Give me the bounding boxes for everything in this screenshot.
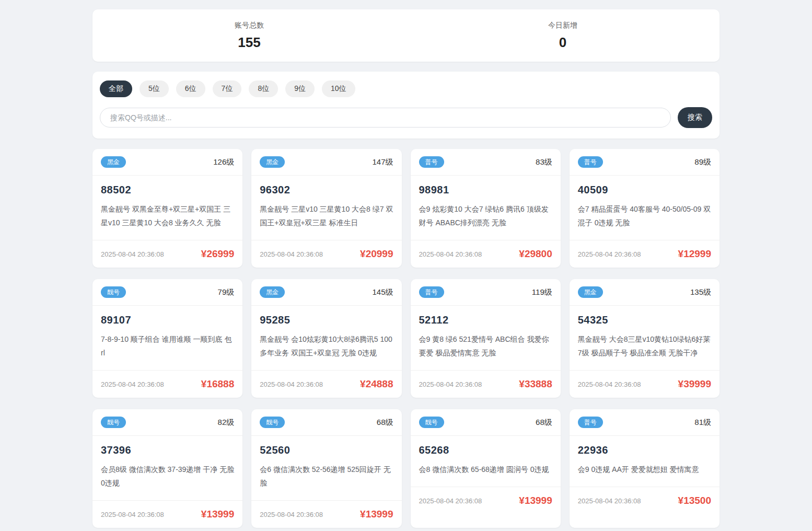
listing-date: 2025-08-04 20:36:08 bbox=[260, 511, 323, 518]
listing-date: 2025-08-04 20:36:08 bbox=[578, 380, 641, 388]
card-footer: 2025-08-04 20:36:08 ¥12999 bbox=[570, 240, 720, 268]
account-card[interactable]: 靓号 82级 37396 会员8级 微信满次数 37-39递增 干净 无脸 0违… bbox=[92, 409, 242, 528]
account-card[interactable]: 靓号 68级 65268 会8 微信满次数 65-68递增 圆润号 0违规 20… bbox=[411, 409, 561, 528]
page-container: 账号总数 155 今日新增 0 全部5位6位7位8位9位10位 搜索 黑金 12… bbox=[92, 0, 720, 531]
account-card[interactable]: 普号 89级 40509 会7 精品蛋蛋号 40客服号 40-50/05-09 … bbox=[570, 149, 720, 268]
card-body: 96302 黑金靓号 三星v10 三星黄10 大会8 绿7 双国王+双皇冠+双三… bbox=[251, 176, 401, 240]
account-description: 会8 微信满次数 65-68递增 圆润号 0违规 bbox=[419, 463, 552, 487]
account-card[interactable]: 普号 83级 98981 会9 炫彩黄10 大会7 绿钻6 腾讯6 顶级发财号 … bbox=[411, 149, 561, 268]
account-description: 会员8级 微信满次数 37-39递增 干净 无脸 0违规 bbox=[101, 463, 234, 500]
card-header: 普号 89级 bbox=[570, 149, 720, 176]
price: ¥24888 bbox=[360, 378, 393, 390]
account-card[interactable]: 黑金 126级 88502 黑金靓号 双黑金至尊+双三星+双国王 三星v10 三… bbox=[92, 149, 242, 268]
level-label: 89级 bbox=[694, 157, 711, 167]
qq-number: 89107 bbox=[101, 314, 234, 326]
card-header: 黑金 126级 bbox=[92, 149, 242, 176]
card-footer: 2025-08-04 20:36:08 ¥33888 bbox=[411, 370, 561, 398]
stat-label: 账号总数 bbox=[235, 21, 264, 30]
account-card[interactable]: 普号 119级 52112 会9 黄8 绿6 521爱情号 ABC组合 我爱你要… bbox=[411, 279, 561, 398]
digit-filter-tab[interactable]: 10位 bbox=[322, 80, 355, 97]
qq-number: 52560 bbox=[260, 444, 393, 456]
stat-value: 155 bbox=[238, 34, 260, 51]
stat-value: 0 bbox=[559, 34, 566, 51]
filter-panel: 全部5位6位7位8位9位10位 搜索 bbox=[92, 72, 720, 138]
card-footer: 2025-08-04 20:36:08 ¥20999 bbox=[251, 240, 401, 268]
card-body: 98981 会9 炫彩黄10 大会7 绿钻6 腾讯6 顶级发财号 ABABC排列… bbox=[411, 176, 561, 240]
account-description: 7-8-9-10 顺子组合 谁用谁顺 一顺到底 包rl bbox=[101, 332, 234, 370]
qq-number: 37396 bbox=[101, 444, 234, 456]
level-label: 82级 bbox=[218, 418, 235, 428]
qq-number: 95285 bbox=[260, 314, 393, 326]
stats-panel: 账号总数 155 今日新增 0 bbox=[92, 9, 720, 62]
digit-filter-tab[interactable]: 全部 bbox=[100, 80, 132, 97]
digit-filter-tab[interactable]: 9位 bbox=[285, 80, 315, 97]
account-card[interactable]: 普号 81级 22936 会9 0违规 AA开 爱爱就想妞 爱情寓意 2025-… bbox=[570, 409, 720, 528]
card-footer: 2025-08-04 20:36:08 ¥29800 bbox=[411, 240, 561, 268]
digit-filter-tab[interactable]: 7位 bbox=[213, 80, 242, 97]
category-badge: 靓号 bbox=[101, 286, 126, 298]
card-header: 黑金 145级 bbox=[251, 279, 401, 306]
account-description: 会9 0违规 AA开 爱爱就想妞 爱情寓意 bbox=[578, 463, 711, 487]
digit-filter-tab[interactable]: 5位 bbox=[140, 80, 169, 97]
card-body: 95285 黑金靓号 会10炫彩黄10大8绿6腾讯5 100多年业务 双国王+双… bbox=[251, 306, 401, 370]
price: ¥33888 bbox=[519, 378, 552, 390]
listing-date: 2025-08-04 20:36:08 bbox=[419, 497, 482, 505]
card-footer: 2025-08-04 20:36:08 ¥13999 bbox=[251, 500, 401, 528]
account-card[interactable]: 靓号 68级 52560 会6 微信满次数 52-56递增 525回旋开 无脸 … bbox=[251, 409, 401, 528]
price: ¥26999 bbox=[201, 248, 234, 260]
card-header: 靓号 68级 bbox=[251, 409, 401, 436]
qq-number: 54325 bbox=[578, 314, 711, 326]
card-body: 40509 会7 精品蛋蛋号 40客服号 40-50/05-09 双混子 0违规… bbox=[570, 176, 720, 240]
price: ¥13999 bbox=[360, 509, 393, 520]
account-card[interactable]: 黑金 147级 96302 黑金靓号 三星v10 三星黄10 大会8 绿7 双国… bbox=[251, 149, 401, 268]
level-label: 145级 bbox=[372, 287, 393, 297]
level-label: 81级 bbox=[694, 418, 711, 428]
level-label: 68级 bbox=[536, 418, 552, 428]
account-description: 黑金靓号 双黑金至尊+双三星+双国王 三星v10 三星黄10 大会8 业务久久 … bbox=[101, 202, 234, 240]
listing-date: 2025-08-04 20:36:08 bbox=[101, 511, 164, 518]
stat-total-accounts: 账号总数 155 bbox=[92, 9, 406, 62]
qq-number: 88502 bbox=[101, 184, 234, 196]
search-input[interactable] bbox=[100, 108, 671, 128]
search-button[interactable]: 搜索 bbox=[678, 107, 712, 128]
qq-number: 65268 bbox=[419, 444, 552, 456]
card-header: 黑金 147级 bbox=[251, 149, 401, 176]
category-badge: 普号 bbox=[578, 417, 603, 428]
listing-date: 2025-08-04 20:36:08 bbox=[578, 250, 641, 258]
qq-number: 52112 bbox=[419, 314, 552, 326]
card-body: 22936 会9 0违规 AA开 爱爱就想妞 爱情寓意 bbox=[570, 436, 720, 487]
category-badge: 黑金 bbox=[101, 156, 126, 168]
card-body: 88502 黑金靓号 双黑金至尊+双三星+双国王 三星v10 三星黄10 大会8… bbox=[92, 176, 242, 240]
price: ¥20999 bbox=[360, 248, 393, 260]
account-card[interactable]: 黑金 135级 54325 黑金靓号 大会8三星v10黄钻10绿钻6好莱7级 极… bbox=[570, 279, 720, 398]
category-badge: 黑金 bbox=[260, 156, 285, 168]
category-badge: 靓号 bbox=[260, 417, 285, 428]
price: ¥13500 bbox=[678, 495, 711, 506]
digit-filter-tab[interactable]: 8位 bbox=[249, 80, 278, 97]
account-description: 会9 黄8 绿6 521爱情号 ABC组合 我爱你要爱 极品爱情寓意 无脸 bbox=[419, 332, 552, 370]
card-body: 54325 黑金靓号 大会8三星v10黄钻10绿钻6好莱7级 极品顺子号 极品准… bbox=[570, 306, 720, 370]
card-footer: 2025-08-04 20:36:08 ¥13999 bbox=[411, 487, 561, 514]
qq-number: 96302 bbox=[260, 184, 393, 196]
card-header: 靓号 79级 bbox=[92, 279, 242, 306]
account-card-grid: 黑金 126级 88502 黑金靓号 双黑金至尊+双三星+双国王 三星v10 三… bbox=[92, 149, 720, 528]
category-badge: 靓号 bbox=[419, 417, 444, 428]
card-body: 52112 会9 黄8 绿6 521爱情号 ABC组合 我爱你要爱 极品爱情寓意… bbox=[411, 306, 561, 370]
price: ¥12999 bbox=[678, 248, 711, 260]
digit-filter-tab[interactable]: 6位 bbox=[176, 80, 205, 97]
listing-date: 2025-08-04 20:36:08 bbox=[260, 380, 323, 388]
card-body: 37396 会员8级 微信满次数 37-39递增 干净 无脸 0违规 bbox=[92, 436, 242, 500]
card-header: 普号 81级 bbox=[570, 409, 720, 436]
category-badge: 普号 bbox=[578, 156, 603, 168]
qq-number: 40509 bbox=[578, 184, 711, 196]
category-badge: 黑金 bbox=[260, 286, 285, 298]
account-card[interactable]: 靓号 79级 89107 7-8-9-10 顺子组合 谁用谁顺 一顺到底 包rl… bbox=[92, 279, 242, 398]
level-label: 147级 bbox=[372, 157, 393, 167]
card-header: 靓号 82级 bbox=[92, 409, 242, 436]
account-description: 黑金靓号 会10炫彩黄10大8绿6腾讯5 100多年业务 双国王+双皇冠 无脸 … bbox=[260, 332, 393, 370]
listing-date: 2025-08-04 20:36:08 bbox=[101, 380, 164, 388]
card-header: 普号 119级 bbox=[411, 279, 561, 306]
qq-number: 98981 bbox=[419, 184, 552, 196]
account-description: 黑金靓号 三星v10 三星黄10 大会8 绿7 双国王+双皇冠+双三星 标准生日 bbox=[260, 202, 393, 240]
account-card[interactable]: 黑金 145级 95285 黑金靓号 会10炫彩黄10大8绿6腾讯5 100多年… bbox=[251, 279, 401, 398]
